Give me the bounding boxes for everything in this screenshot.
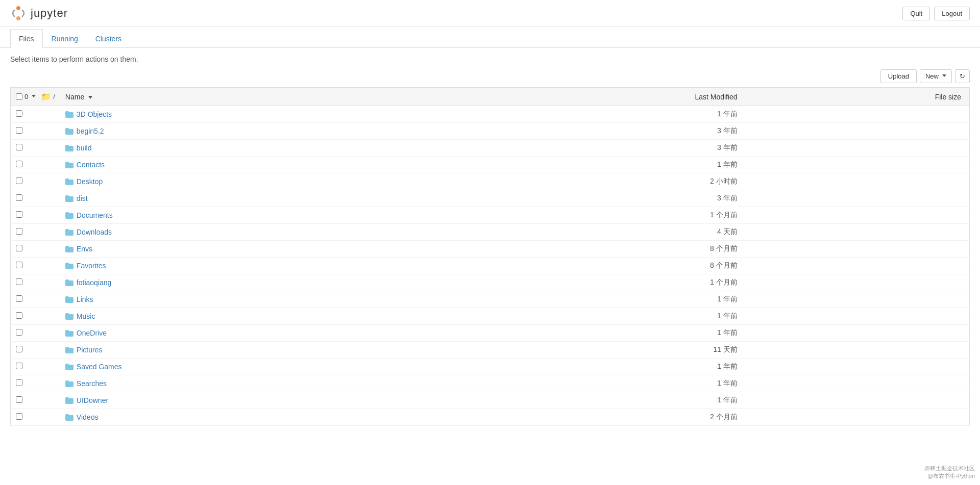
folder-link[interactable]: begin5.2 bbox=[65, 127, 436, 135]
tab-files[interactable]: Files bbox=[10, 29, 43, 48]
logout-button[interactable]: Logout bbox=[934, 7, 970, 20]
row-name-cell: OneDrive bbox=[60, 325, 442, 342]
row-size-cell bbox=[743, 157, 970, 173]
breadcrumb-path: / bbox=[53, 93, 55, 100]
file-table: 0 📁 / Name Last Modified Fil bbox=[10, 87, 970, 426]
row-checkbox[interactable] bbox=[16, 346, 22, 352]
folder-link[interactable]: UIDowner bbox=[65, 396, 436, 404]
folder-link[interactable]: OneDrive bbox=[65, 329, 436, 337]
folder-link[interactable]: Favorites bbox=[65, 262, 436, 270]
folder-link[interactable]: Searches bbox=[65, 379, 436, 388]
row-modified-cell: 11 天前 bbox=[442, 342, 743, 359]
folder-icon bbox=[65, 296, 74, 303]
folder-link[interactable]: 3D Objects bbox=[65, 110, 436, 118]
folder-icon bbox=[65, 195, 74, 202]
row-name-cell: Contacts bbox=[60, 157, 442, 173]
row-modified-cell: 2 个月前 bbox=[442, 409, 743, 426]
row-checkbox[interactable] bbox=[16, 245, 22, 251]
row-checkbox[interactable] bbox=[16, 194, 22, 201]
row-checkbox[interactable] bbox=[16, 228, 22, 235]
tab-running[interactable]: Running bbox=[43, 29, 87, 48]
table-row: UIDowner 1 年前 bbox=[11, 392, 970, 409]
folder-name: Documents bbox=[77, 211, 113, 219]
quit-button[interactable]: Quit bbox=[902, 7, 930, 20]
folder-icon bbox=[65, 111, 74, 118]
row-checkbox[interactable] bbox=[16, 161, 22, 167]
modified-column-header[interactable]: Last Modified bbox=[442, 88, 743, 106]
folder-link[interactable]: build bbox=[65, 144, 436, 152]
table-row: Music 1 年前 bbox=[11, 308, 970, 325]
breadcrumb-folder-icon: 📁 bbox=[41, 92, 51, 101]
size-column-header[interactable]: File size bbox=[743, 88, 970, 106]
row-size-cell bbox=[743, 123, 970, 140]
folder-name: OneDrive bbox=[77, 329, 107, 337]
upload-button[interactable]: Upload bbox=[880, 69, 917, 83]
folder-icon bbox=[65, 279, 74, 286]
row-modified-cell: 1 个月前 bbox=[442, 274, 743, 291]
row-checkbox[interactable] bbox=[16, 262, 22, 268]
row-name-cell: 3D Objects bbox=[60, 106, 442, 123]
folder-icon bbox=[65, 128, 74, 135]
row-checkbox[interactable] bbox=[16, 177, 22, 184]
folder-link[interactable]: Desktop bbox=[65, 177, 436, 186]
row-size-cell bbox=[743, 106, 970, 123]
folder-link[interactable]: Music bbox=[65, 312, 436, 320]
folder-icon bbox=[65, 246, 74, 252]
select-all-checkbox[interactable] bbox=[16, 93, 22, 100]
name-sort-icon bbox=[88, 96, 92, 99]
table-row: Envs 8 个月前 bbox=[11, 241, 970, 258]
folder-link[interactable]: Envs bbox=[65, 245, 436, 253]
folder-link[interactable]: Pictures bbox=[65, 346, 436, 354]
folder-icon bbox=[65, 313, 74, 320]
svg-point-0 bbox=[16, 6, 20, 10]
row-checkbox[interactable] bbox=[16, 295, 22, 302]
folder-link[interactable]: Links bbox=[65, 295, 436, 303]
row-checkbox[interactable] bbox=[16, 413, 22, 420]
name-column-header[interactable]: Name bbox=[60, 88, 442, 106]
row-modified-cell: 1 年前 bbox=[442, 106, 743, 123]
row-checkbox[interactable] bbox=[16, 363, 22, 369]
row-modified-cell: 3 年前 bbox=[442, 123, 743, 140]
select-info-text: Select items to perform actions on them. bbox=[10, 55, 970, 63]
row-modified-cell: 3 年前 bbox=[442, 190, 743, 207]
row-checkbox[interactable] bbox=[16, 396, 22, 403]
folder-link[interactable]: fotiaoqiang bbox=[65, 278, 436, 287]
row-name-cell: Desktop bbox=[60, 173, 442, 190]
table-row: Downloads 4 天前 bbox=[11, 224, 970, 241]
row-checkbox-cell bbox=[11, 359, 60, 375]
tab-clusters[interactable]: Clusters bbox=[87, 29, 130, 48]
row-checkbox[interactable] bbox=[16, 211, 22, 218]
row-checkbox[interactable] bbox=[16, 127, 22, 134]
row-checkbox-cell bbox=[11, 274, 60, 291]
folder-name: Downloads bbox=[77, 228, 112, 236]
row-checkbox[interactable] bbox=[16, 379, 22, 386]
row-size-cell bbox=[743, 409, 970, 426]
folder-name: Envs bbox=[77, 245, 92, 253]
row-checkbox[interactable] bbox=[16, 312, 22, 319]
row-name-cell: Pictures bbox=[60, 342, 442, 359]
row-size-cell bbox=[743, 190, 970, 207]
table-header-row: 0 📁 / Name Last Modified Fil bbox=[11, 88, 970, 106]
refresh-button[interactable]: ↻ bbox=[955, 69, 970, 83]
table-row: Searches 1 年前 bbox=[11, 375, 970, 392]
row-checkbox[interactable] bbox=[16, 144, 22, 150]
row-checkbox-cell bbox=[11, 123, 60, 140]
logo-text: jupyter bbox=[31, 7, 68, 20]
row-modified-cell: 1 年前 bbox=[442, 392, 743, 409]
select-dropdown-icon[interactable] bbox=[32, 95, 36, 99]
row-checkbox[interactable] bbox=[16, 278, 22, 285]
folder-link[interactable]: Videos bbox=[65, 413, 436, 421]
folder-link[interactable]: Contacts bbox=[65, 161, 436, 169]
folder-link[interactable]: Saved Games bbox=[65, 363, 436, 371]
row-checkbox[interactable] bbox=[16, 110, 22, 117]
folder-link[interactable]: Documents bbox=[65, 211, 436, 219]
folder-link[interactable]: dist bbox=[65, 194, 436, 202]
folder-name: Music bbox=[77, 312, 95, 320]
file-table-body: 3D Objects 1 年前 begin5.2 3 年前 bbox=[11, 106, 970, 426]
folder-icon bbox=[65, 380, 74, 387]
row-checkbox[interactable] bbox=[16, 329, 22, 336]
folder-icon bbox=[65, 162, 74, 168]
folder-link[interactable]: Downloads bbox=[65, 228, 436, 236]
new-button[interactable]: New bbox=[920, 69, 952, 83]
folder-icon bbox=[65, 414, 74, 421]
